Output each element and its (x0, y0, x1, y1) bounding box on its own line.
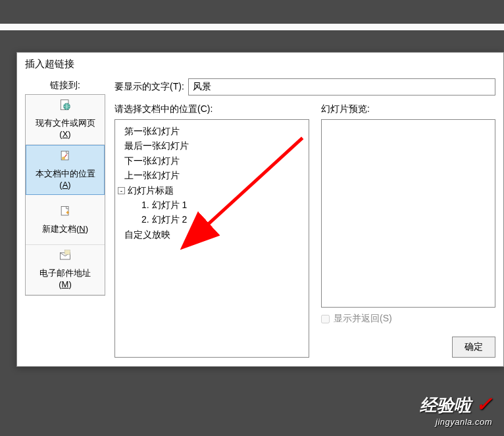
globe-icon (59, 99, 72, 115)
link-to-label: 链接到: (25, 76, 105, 94)
sidebar-item-label: 新建文档(N) (42, 224, 88, 235)
text-to-display-input[interactable] (188, 78, 495, 95)
tree-item-next-slide[interactable]: 下一张幻灯片 (118, 153, 306, 168)
sidebar-item-label: 电子邮件地址(M) (39, 268, 91, 290)
sidebar-item-new-document[interactable]: 新建文档(N) (26, 195, 105, 245)
tree-item-prev-slide[interactable]: 上一张幻灯片 (118, 168, 306, 182)
sidebar-item-email[interactable]: 电子邮件地址(M) (26, 245, 105, 295)
dialog-title: 插入超链接 (17, 53, 503, 76)
sidebar-item-place-in-document[interactable]: 本文档中的位置(A) (26, 145, 105, 195)
sidebar-item-label: 现有文件或网页(X) (36, 118, 95, 140)
show-and-return-input[interactable] (321, 315, 330, 323)
slide-preview (321, 119, 495, 308)
document-location-icon (59, 150, 72, 166)
tree-item-last-slide[interactable]: 最后一张幻灯片 (118, 138, 306, 153)
svg-rect-6 (64, 250, 70, 255)
show-and-return-checkbox[interactable]: 显示并返回(S) (321, 313, 495, 325)
svg-rect-4 (61, 206, 68, 215)
tree-group-slide-titles[interactable]: -幻灯片标题 (118, 183, 306, 198)
tree-item-slide-2[interactable]: 2. 幻灯片 2 (118, 212, 306, 227)
tree-item-custom-show[interactable]: 自定义放映 (118, 227, 306, 242)
tree-item-first-slide[interactable]: 第一张幻灯片 (118, 124, 306, 138)
location-tree[interactable]: 第一张幻灯片 最后一张幻灯片 下一张幻灯片 上一张幻灯片 -幻灯片标题 1. 幻… (114, 119, 309, 358)
location-label: 请选择文档中的位置(C): (114, 103, 309, 115)
text-to-display-label: 要显示的文字(T): (114, 81, 184, 93)
new-document-icon (59, 205, 72, 221)
preview-label: 幻灯片预览: (321, 103, 495, 115)
email-icon (59, 249, 72, 265)
ok-button[interactable]: 确定 (452, 337, 495, 358)
link-to-sidebar: 现有文件或网页(X) 本文档中的位置(A) 新建文档(N) (25, 94, 105, 296)
sidebar-item-existing-file[interactable]: 现有文件或网页(X) (26, 95, 105, 145)
watermark: 经验啦 ✓ jingyanla.com (420, 393, 492, 427)
insert-hyperlink-dialog: 插入超链接 链接到: 现有文件或网页(X) 本文档中的位置(A) (16, 52, 504, 367)
sidebar-item-label: 本文档中的位置(A) (36, 169, 95, 191)
tree-item-slide-1[interactable]: 1. 幻灯片 1 (118, 198, 306, 212)
collapse-icon[interactable]: - (118, 187, 125, 194)
